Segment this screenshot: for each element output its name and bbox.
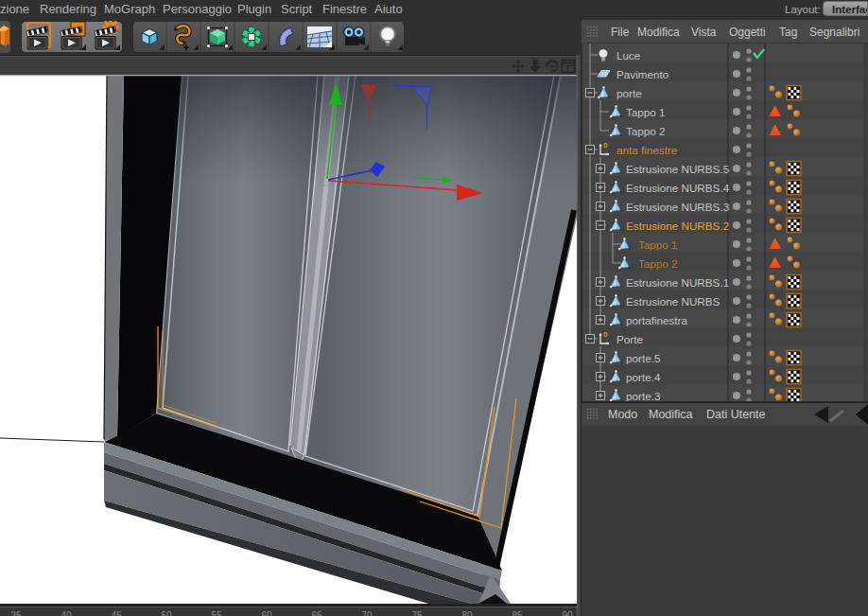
svg-text:Estrusione NURBS: Estrusione NURBS [626,295,720,308]
svg-text:portafinestra: portafinestra [626,314,687,326]
svg-text:Tappo 2: Tappo 2 [626,125,666,137]
svg-text:porte.4: porte.4 [626,371,661,383]
svg-text:0: 0 [603,330,608,339]
svg-text:Estrusione NURBS.2: Estrusione NURBS.2 [626,220,729,232]
svg-text:porte: porte [616,87,642,99]
svg-text:Estrusione NURBS.5: Estrusione NURBS.5 [626,163,730,175]
svg-text:Pavimento: Pavimento [616,68,669,80]
svg-text:Estrusione NURBS.1: Estrusione NURBS.1 [626,276,729,289]
svg-text:Porte: Porte [616,333,643,345]
svg-text:Tappo 2: Tappo 2 [638,257,678,270]
svg-text:porte.5: porte.5 [626,352,661,364]
svg-text:0: 0 [603,141,608,150]
svg-text:Estrusione NURBS.3: Estrusione NURBS.3 [626,201,729,213]
svg-text:porte.3: porte.3 [626,390,660,402]
svg-text:Tappo 1: Tappo 1 [626,106,666,118]
svg-text:Luce: Luce [616,49,640,62]
svg-text:anta finestre: anta finestre [616,144,677,156]
svg-text:Estrusione NURBS.4: Estrusione NURBS.4 [626,182,730,194]
svg-text:Tappo 1: Tappo 1 [638,238,678,251]
